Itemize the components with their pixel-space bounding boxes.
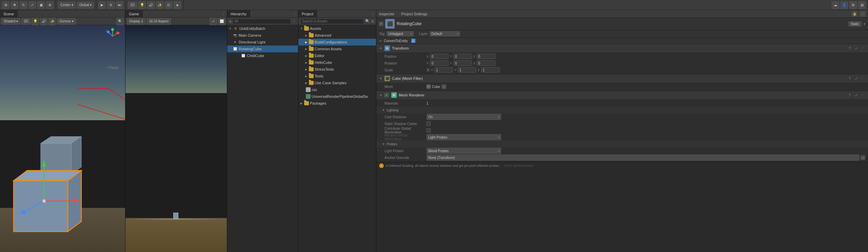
transform-info-btn[interactable]: ? <box>847 46 852 51</box>
scene-menu-btn[interactable]: ⋮ <box>118 11 125 17</box>
project-item-csc[interactable]: csc <box>298 86 376 93</box>
inspector-lock-btn[interactable]: 🔒 <box>852 11 857 17</box>
receive-gi-dropdown[interactable]: Light Probes ▾ <box>427 134 501 140</box>
scene-tab[interactable]: Scene <box>0 10 18 18</box>
project-menu-btn[interactable]: ⋮ <box>369 11 376 17</box>
project-item-advanced[interactable]: ▶ Advanced <box>298 32 376 39</box>
audio-btn[interactable]: 🔊 <box>147 1 155 9</box>
account-btn[interactable]: 👤 <box>841 1 848 9</box>
fx-btn[interactable]: ✨ <box>156 1 163 9</box>
game-menu-btn[interactable]: ⋮ <box>220 11 227 17</box>
anchor-dropdown[interactable]: None (Transform) <box>427 155 860 161</box>
project-item-hello-cube[interactable]: ▶ HelloCube <box>298 59 376 66</box>
mesh-renderer-header[interactable]: ▼ ✓ ⊞ Mesh Renderer ? ⤢ ⋮ <box>376 91 868 99</box>
2d-btn[interactable]: 2D <box>128 2 137 8</box>
hierarchy-item-batch[interactable]: ▼ ⊞ IJobEntityBatch ⋮ <box>227 25 298 32</box>
step-btn[interactable]: ⏭ <box>116 1 123 9</box>
scene-2d-btn[interactable]: 2D <box>21 18 31 25</box>
layer-select[interactable]: Default ▾ <box>430 31 460 36</box>
anchor-select-btn[interactable]: ⊙ <box>861 155 865 160</box>
scene-view-btn[interactable]: ⊡ <box>165 1 172 9</box>
global-btn[interactable]: Global ▾ <box>77 2 94 8</box>
game-maximize-btn[interactable]: ⬜ <box>218 18 225 25</box>
pos-z-field[interactable]: 0 <box>477 54 495 59</box>
project-item-urp[interactable]: UniversalRenderPipelineGlobalSe <box>298 93 376 100</box>
game-aspect-btn[interactable]: 16:10 Aspect <box>146 18 171 25</box>
transform-preset-btn[interactable]: ⤢ <box>853 46 859 51</box>
scale-y-field[interactable]: 1 <box>458 67 476 73</box>
convert-checkbox[interactable]: ✓ <box>411 39 415 43</box>
hierarchy-tab[interactable]: Hierarchy <box>227 10 250 18</box>
gizmos-toggle[interactable]: Gizmos ▾ <box>57 18 76 25</box>
object-name[interactable]: RotatingCube <box>397 21 846 26</box>
toolbar-move-btn[interactable]: ✥ <box>11 1 18 9</box>
mesh-select-btn[interactable]: ⊙ <box>441 84 446 89</box>
transform-header[interactable]: ▼ ⊞ Transform ? ⤢ ⋮ <box>376 44 868 52</box>
light-btn[interactable]: 💡 <box>138 1 146 9</box>
static-btn[interactable]: Static <box>848 21 862 26</box>
project-item-tests[interactable]: ▶ Tests <box>298 73 376 79</box>
play-btn[interactable]: ▶ <box>98 1 106 9</box>
inspector-settings-label[interactable]: Project Settings <box>401 12 427 16</box>
project-item-use-case-samples[interactable]: ▶ Use Case Samples <box>298 79 376 86</box>
hierarchy-menu-btn[interactable]: ⋮ <box>291 11 298 17</box>
hierarchy-menu-icon[interactable]: ⋮ <box>292 19 296 23</box>
game-display-btn[interactable]: Display 1 <box>127 18 145 25</box>
static-dropdown-arrow[interactable]: ▾ <box>864 22 865 26</box>
project-item-build-configs[interactable]: ▶ BuildConfigurations <box>298 39 376 46</box>
contribute-gi-checkbox[interactable] <box>427 128 431 132</box>
rot-x-field[interactable]: 0 <box>430 60 449 66</box>
mesh-renderer-info-btn[interactable]: ? <box>847 92 852 98</box>
light-probes-dropdown[interactable]: Blend Probes ▾ <box>427 148 501 154</box>
project-packages-root[interactable]: ▶ Packages <box>298 100 376 107</box>
project-item-editor[interactable]: ▶ Editor <box>298 52 376 59</box>
scale-x-field[interactable]: 1 <box>434 67 453 73</box>
object-enabled-checkbox[interactable]: ✓ <box>379 22 383 26</box>
scene-audio-btn[interactable]: 🔊 <box>40 18 47 25</box>
game-scale-btn[interactable]: ⤢ <box>210 18 217 25</box>
hierarchy-item-rotating-cube[interactable]: ⬜ RotatingCube <box>227 46 298 52</box>
hierarchy-item-child-cube[interactable]: ⬜ ChildCube <box>227 52 298 59</box>
mesh-filter-info-btn[interactable]: ? <box>847 76 852 81</box>
rot-y-field[interactable]: 0 <box>453 60 472 66</box>
pivot-btn[interactable]: Center ▾ <box>58 2 76 8</box>
hierarchy-add-btn[interactable]: + <box>229 19 231 23</box>
scene-fx-btn[interactable]: ✨ <box>48 18 56 25</box>
toolbar-rotate-btn[interactable]: ↻ <box>20 1 27 9</box>
project-assets-root[interactable]: ▼ Assets <box>298 25 376 32</box>
rot-z-field[interactable]: 0 <box>477 60 495 66</box>
mesh-renderer-enabled-checkbox[interactable]: ✓ <box>384 93 389 97</box>
lighting-section-header[interactable]: ▼ Lighting <box>376 107 868 113</box>
probes-section-header[interactable]: ▼ Probes <box>376 141 868 147</box>
layout-btn[interactable]: ▤ <box>858 1 866 9</box>
mesh-renderer-menu-btn[interactable]: ⋮ <box>860 92 865 98</box>
mesh-renderer-preset-btn[interactable]: ⤢ <box>853 92 859 98</box>
static-shadow-checkbox[interactable] <box>427 122 431 126</box>
pos-y-field[interactable]: 0 <box>453 54 472 59</box>
project-item-stress-tests[interactable]: ▶ StressTests <box>298 66 376 73</box>
layers-btn[interactable]: ⊞ <box>849 1 857 9</box>
collab-btn[interactable]: ☁ <box>832 1 839 9</box>
scale-z-field[interactable]: 1 <box>481 67 500 73</box>
hierarchy-search-input[interactable] <box>233 19 291 24</box>
scene-light-btn[interactable]: 💡 <box>32 18 39 25</box>
gizmos-btn[interactable]: ◈ <box>174 1 181 9</box>
game-tab[interactable]: Game <box>125 10 143 18</box>
hierarchy-item-camera[interactable]: 📷 Main Camera <box>227 32 298 39</box>
toolbar-transform2-btn[interactable]: ⊕ <box>46 1 54 9</box>
scene-search-btn[interactable]: 🔍 <box>116 18 124 25</box>
pos-x-field[interactable]: 0 <box>430 54 449 59</box>
toolbar-scale-btn[interactable]: ⤢ <box>28 1 36 9</box>
mesh-filter-header[interactable]: ▼ ⬛ Cube (Mesh Filter) ? ⤢ ⋮ <box>376 74 868 83</box>
project-tab[interactable]: Project <box>298 10 317 18</box>
inspector-menu-btn[interactable]: ⋮ <box>860 11 865 17</box>
toolbar-rect-btn[interactable]: ▣ <box>37 1 45 9</box>
shaded-btn[interactable]: Shaded ▾ <box>1 18 20 25</box>
toolbar-transform-btn[interactable]: ⊞ <box>2 1 9 9</box>
hierarchy-item-light[interactable]: ☀ Directional Light <box>227 39 298 46</box>
cast-shadows-dropdown[interactable]: On ▾ <box>427 114 501 120</box>
project-item-common-assets[interactable]: ▶ Common Assets <box>298 46 376 52</box>
project-search-input[interactable] <box>300 19 364 24</box>
transform-menu-btn[interactable]: ⋮ <box>860 46 865 51</box>
mesh-filter-menu-btn[interactable]: ⋮ <box>860 76 865 81</box>
